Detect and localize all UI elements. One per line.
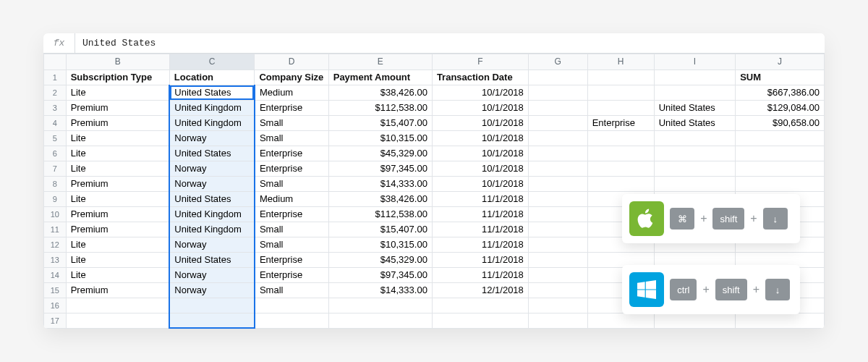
cell[interactable]: United States (654, 100, 736, 115)
formula-input[interactable] (75, 33, 825, 53)
cell[interactable]: Premium (66, 115, 169, 130)
cell[interactable] (654, 161, 736, 176)
col-header-E[interactable]: E (328, 54, 432, 70)
cell[interactable] (528, 146, 587, 161)
cell[interactable]: 11/1/2018 (432, 237, 528, 252)
cell[interactable]: Norway (169, 237, 255, 252)
cell[interactable]: $15,407.00 (328, 222, 432, 237)
row-header[interactable]: 14 (44, 267, 67, 282)
row-header[interactable]: 5 (44, 130, 67, 146)
cell[interactable]: 11/1/2018 (432, 206, 528, 222)
cell[interactable] (654, 70, 736, 85)
cell[interactable] (528, 130, 587, 146)
cell[interactable] (528, 70, 587, 85)
col-header-D[interactable]: D (255, 54, 328, 70)
cell[interactable]: 10/1/2018 (432, 176, 528, 191)
cell[interactable] (587, 146, 654, 161)
cell[interactable]: United Kingdom (169, 206, 255, 222)
cell[interactable]: Enterprise (255, 267, 328, 282)
cell[interactable]: $10,315.00 (328, 237, 432, 252)
cell[interactable] (528, 115, 587, 130)
cell[interactable]: Lite (66, 146, 169, 161)
cell[interactable]: $45,329.00 (328, 146, 432, 161)
cell[interactable]: Subscription Type (66, 70, 169, 85)
cell[interactable]: Location (169, 70, 255, 85)
cell[interactable]: Enterprise (255, 100, 328, 115)
cell[interactable]: Small (255, 176, 328, 191)
cell[interactable]: $112,538.00 (328, 206, 432, 222)
cell[interactable] (587, 313, 654, 328)
cell[interactable]: Payment Amount (328, 70, 432, 85)
row-header[interactable]: 3 (44, 100, 67, 115)
cell[interactable] (66, 298, 169, 313)
cell[interactable]: Enterprise (255, 161, 328, 176)
cell[interactable]: 10/1/2018 (432, 115, 528, 130)
cell[interactable]: $97,345.00 (328, 161, 432, 176)
row-header[interactable]: 13 (44, 252, 67, 267)
cell[interactable] (169, 298, 255, 313)
cell[interactable]: Medium (255, 191, 328, 206)
cell[interactable] (736, 161, 825, 176)
cell[interactable]: United States (654, 115, 736, 130)
col-header-C[interactable]: C (169, 54, 255, 70)
cell[interactable]: 12/1/2018 (432, 282, 528, 298)
cell[interactable] (255, 298, 328, 313)
cell[interactable]: Norway (169, 282, 255, 298)
cell[interactable]: Small (255, 237, 328, 252)
row-header[interactable]: 12 (44, 237, 67, 252)
cell[interactable]: United States (169, 85, 255, 100)
cell[interactable] (654, 313, 736, 328)
cell[interactable]: 10/1/2018 (432, 161, 528, 176)
cell[interactable] (328, 298, 432, 313)
cell[interactable]: Small (255, 222, 328, 237)
cell[interactable] (587, 70, 654, 85)
cell[interactable]: Company Size (255, 70, 328, 85)
col-header-I[interactable]: I (654, 54, 736, 70)
cell[interactable]: Lite (66, 252, 169, 267)
col-header-H[interactable]: H (587, 54, 654, 70)
cell[interactable]: Enterprise (587, 115, 654, 130)
cell[interactable]: $112,538.00 (328, 100, 432, 115)
cell[interactable]: Small (255, 115, 328, 130)
row-header[interactable]: 16 (44, 298, 67, 313)
cell[interactable]: United Kingdom (169, 100, 255, 115)
cell[interactable]: 10/1/2018 (432, 130, 528, 146)
cell[interactable] (169, 313, 255, 328)
cell[interactable] (66, 313, 169, 328)
cell[interactable]: 11/1/2018 (432, 191, 528, 206)
cell[interactable]: United States (169, 191, 255, 206)
cell[interactable] (432, 298, 528, 313)
cell[interactable]: $45,329.00 (328, 252, 432, 267)
cell[interactable] (587, 100, 654, 115)
cell[interactable] (587, 85, 654, 100)
cell[interactable] (736, 313, 825, 328)
cell[interactable]: Norway (169, 161, 255, 176)
cell[interactable]: Norway (169, 176, 255, 191)
cell[interactable]: Premium (66, 100, 169, 115)
cell[interactable] (736, 146, 825, 161)
cell[interactable]: Premium (66, 206, 169, 222)
row-header[interactable]: 17 (44, 313, 67, 328)
cell[interactable] (528, 267, 587, 282)
cell[interactable] (528, 206, 587, 222)
cell[interactable] (528, 176, 587, 191)
cell[interactable] (736, 130, 825, 146)
cell[interactable]: Small (255, 130, 328, 146)
cell[interactable] (528, 161, 587, 176)
cell[interactable]: Medium (255, 85, 328, 100)
row-header[interactable]: 7 (44, 161, 67, 176)
cell[interactable]: 11/1/2018 (432, 252, 528, 267)
cell[interactable] (528, 100, 587, 115)
col-header-B[interactable]: B (66, 54, 169, 70)
cell[interactable]: 11/1/2018 (432, 222, 528, 237)
cell[interactable]: Enterprise (255, 146, 328, 161)
cell[interactable]: United States (169, 252, 255, 267)
cell[interactable]: Premium (66, 282, 169, 298)
cell[interactable]: Small (255, 282, 328, 298)
cell[interactable]: SUM (736, 70, 825, 85)
row-header[interactable]: 2 (44, 85, 67, 100)
cell[interactable] (328, 313, 432, 328)
cell[interactable]: $90,658.00 (736, 115, 825, 130)
row-header[interactable]: 11 (44, 222, 67, 237)
cell[interactable]: $14,333.00 (328, 282, 432, 298)
